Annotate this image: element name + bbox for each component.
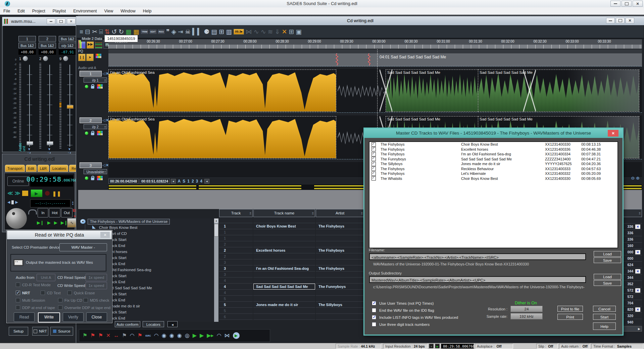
sliver-row[interactable]: 344 ✕ xyxy=(623,268,642,275)
speaker-icon[interactable]: ◁ xyxy=(102,118,105,122)
audio-clip-orange[interactable]: I'm an Old Fashioned Sea xyxy=(108,116,336,158)
strip-bus[interactable]: Bus 1&2 xyxy=(18,43,36,48)
menu-item[interactable]: Window xyxy=(120,9,135,13)
time-format-status[interactable]: Time Format : Samples xyxy=(591,344,643,349)
sliver-row[interactable]: 820 ✕ xyxy=(623,306,642,313)
solo-arrow-icon[interactable]: ▼ xyxy=(68,147,71,151)
pan-knob[interactable] xyxy=(43,56,48,61)
transport-tab[interactable]: Edit xyxy=(26,165,37,172)
pq-dialog-close-icon[interactable]: ✕ xyxy=(100,232,110,238)
scroll-right-icon[interactable]: ▶ xyxy=(623,326,642,332)
toolbar-icon[interactable]: ⇅ xyxy=(104,29,110,35)
three-digit-checkbox[interactable]: Use three digit track numbers xyxy=(372,322,430,327)
auto-conform-button[interactable]: Auto conform xyxy=(115,321,140,327)
zoom-out-icon[interactable]: ⊖ xyxy=(631,176,636,181)
pq-toolbar-icon[interactable]: ▶ xyxy=(193,333,197,338)
toolbar-icon[interactable]: ✕ xyxy=(282,29,287,35)
sliver-row[interactable]: 000 ✕ xyxy=(623,255,642,262)
fixup-cd-checkbox[interactable]: Fix Up CD xyxy=(58,298,82,302)
track2-number[interactable]: 2 xyxy=(80,117,102,123)
help-button[interactable]: Help xyxy=(593,322,616,330)
toolbar-icon[interactable]: ☠ xyxy=(185,29,191,35)
pq-toolbar-icon[interactable]: ◉ xyxy=(162,333,166,338)
master-track-row[interactable]: The Fishyboys Choir Boys Know Best XX123… xyxy=(369,142,617,147)
record-button[interactable] xyxy=(45,191,50,196)
toolbar-icon[interactable]: TRIM xyxy=(141,30,148,34)
audio-clip-green[interactable]: Sad Sad Sad Sad Sad Sad Me xyxy=(386,69,478,112)
edit-mode-button[interactable]: S xyxy=(182,179,186,184)
md5-check-checkbox[interactable]: MD5 check xyxy=(84,298,109,302)
subdir-input[interactable]: MasteredWav\<AlbumTitle>-<SampleRate>-<A… xyxy=(369,276,586,283)
stop-button[interactable] xyxy=(22,191,28,196)
nudge-left-icon[interactable]: ◀ xyxy=(7,200,10,204)
track-checkbox[interactable] xyxy=(371,142,376,147)
pq-toolbar-icon[interactable]: ⚑ xyxy=(90,333,95,338)
close-button[interactable]: ✕ xyxy=(633,1,643,7)
strip-name[interactable]: 1 xyxy=(18,36,36,42)
filename-input[interactable]: <albumname>-<SampleRate>-<TrackNo>-<Arti… xyxy=(369,253,586,260)
toolbar-icon[interactable]: EDIT xyxy=(150,30,156,34)
verify-button[interactable]: Verify xyxy=(63,312,84,322)
nrt-button[interactable]: NRT xyxy=(32,327,48,336)
strip-name[interactable]: 2 xyxy=(39,36,56,42)
mixer-minimize-button[interactable] xyxy=(47,18,55,24)
nudge-stop-icon[interactable] xyxy=(11,200,14,204)
cd-read-speed-select[interactable]: 1x speed xyxy=(86,274,107,281)
pq-toolbar-icon[interactable]: ↔ xyxy=(113,333,119,338)
record-ready-icon[interactable] xyxy=(85,85,88,88)
record-ready-icon[interactable] xyxy=(85,177,88,180)
toolbar-icon[interactable]: ≡ xyxy=(80,29,83,35)
nrt-checkbox[interactable]: NRT xyxy=(16,291,30,295)
sliver-row[interactable]: 320 ✕ xyxy=(623,313,642,319)
sliver-row[interactable]: 336 ✕ xyxy=(623,230,642,236)
master-track-row[interactable]: The Fishyboys Reckless Behaviour XX12314… xyxy=(369,166,617,171)
speaker-icon[interactable]: ◁ xyxy=(102,163,105,167)
toolbar-icon[interactable]: ↻ xyxy=(118,29,124,35)
pq-toolbar-icon[interactable]: ◉ xyxy=(177,333,182,338)
record-ready-icon[interactable] xyxy=(85,132,88,135)
toolbar-icon[interactable]: ▣ xyxy=(296,29,302,35)
pq-toolbar-icon[interactable]: ▶ xyxy=(233,332,240,339)
track1-number[interactable]: 1 xyxy=(80,71,102,77)
color-grid-icon[interactable] xyxy=(96,54,101,58)
strip-name[interactable]: Bus 1&2 xyxy=(59,36,76,42)
mixer-restore-button[interactable] xyxy=(57,18,65,24)
edit-mode-button[interactable]: A xyxy=(177,179,182,184)
forward-button[interactable]: ≫ xyxy=(15,191,19,196)
jog-wheel[interactable] xyxy=(6,208,27,229)
pq-toolbar-icon[interactable]: ISRC xyxy=(145,335,151,337)
hot-button[interactable]: Hot xyxy=(49,208,60,217)
toolbar-icon[interactable]: ⋈ xyxy=(246,29,252,35)
print-to-file-button[interactable]: Print to file xyxy=(557,306,583,312)
pan-knob[interactable] xyxy=(23,56,28,61)
master-track-row[interactable]: The Fishyboys Let's Hibernate XX12314003… xyxy=(369,171,617,176)
playlist-close-button[interactable]: ✕ xyxy=(626,18,634,23)
minimize-button[interactable] xyxy=(610,1,621,7)
unselected-waveform[interactable] xyxy=(338,82,386,99)
subdir-load-button[interactable]: Load xyxy=(594,274,621,280)
menu-item[interactable]: File xyxy=(3,9,10,13)
speaker-icon[interactable]: ◁ xyxy=(102,71,105,76)
sliver-row[interactable]: 572 ✕ xyxy=(623,294,642,300)
lock-icon[interactable] xyxy=(91,178,94,180)
resolution-select[interactable]: 24 xyxy=(510,306,543,312)
sliver-row[interactable]: 000 ✕ xyxy=(623,249,642,255)
monitor-icon[interactable] xyxy=(28,209,37,214)
toolbar-icon[interactable]: ⚈ xyxy=(204,29,209,35)
pan-knob[interactable] xyxy=(63,56,68,61)
pq-toolbar-icon[interactable]: ▶▸ xyxy=(207,333,213,338)
toolbar-icon[interactable]: ≋ xyxy=(268,29,273,35)
toolbar-icon[interactable]: ⊟ xyxy=(85,29,90,35)
fader-handle[interactable] xyxy=(47,141,53,145)
color-grid-icon[interactable] xyxy=(97,84,103,89)
solo-arrow-icon[interactable]: ▼ xyxy=(28,147,31,151)
filename-load-button[interactable]: Load xyxy=(594,251,621,257)
tree-item[interactable]: The Fishyboys - WAVMasters of the Univer… xyxy=(78,218,218,225)
column-header-track[interactable]: Track± xyxy=(219,209,253,217)
sliver-row[interactable]: 160 ✕ xyxy=(623,243,642,249)
write-button[interactable]: Write xyxy=(38,312,60,322)
toolbar-icon[interactable]: ⊞ xyxy=(289,29,294,35)
filename-save-button[interactable]: Save xyxy=(594,257,621,263)
solo-arrow-icon[interactable]: ▼ xyxy=(48,147,51,151)
track-checkbox[interactable] xyxy=(371,176,376,181)
